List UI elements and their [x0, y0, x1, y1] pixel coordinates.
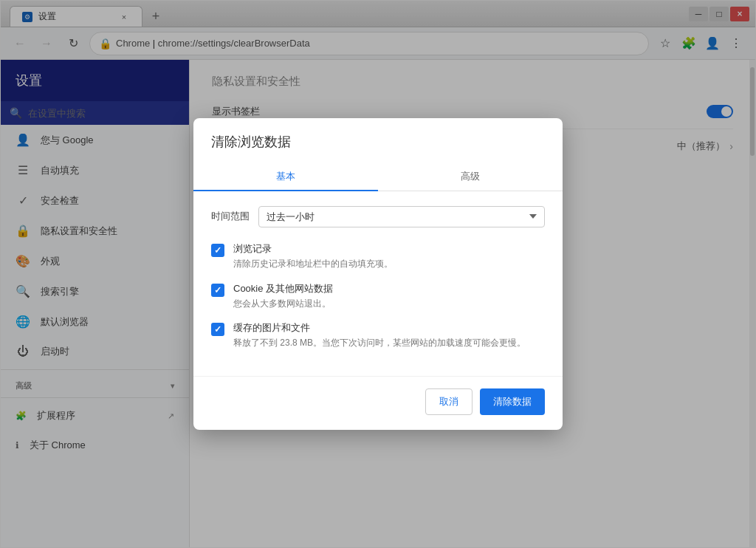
cookies-content: Cookie 及其他网站数据 您会从大多数网站退出。 [233, 282, 333, 310]
time-range-select[interactable]: 过去一小时 过去24小时 过去7天 过去4周 全部时间 [258, 206, 545, 227]
dialog-actions: 取消 清除数据 [193, 376, 563, 430]
cached-checkbox[interactable] [211, 323, 224, 336]
cookies-title: Cookie 及其他网站数据 [233, 282, 333, 295]
checkbox-cached: 缓存的图片和文件 释放了不到 23.8 MB。当您下次访问时，某些网站的加载速度… [211, 321, 545, 349]
tab-advanced[interactable]: 高级 [378, 162, 563, 191]
tab-basic[interactable]: 基本 [193, 162, 378, 191]
dialog-title: 清除浏览数据 [193, 118, 563, 151]
checkbox-browsing-history: 浏览记录 清除历史记录和地址栏中的自动填充项。 [211, 242, 545, 270]
cached-title: 缓存的图片和文件 [233, 321, 526, 335]
browsing-history-checkbox[interactable] [211, 244, 224, 257]
checkbox-cookies: Cookie 及其他网站数据 您会从大多数网站退出。 [211, 282, 545, 310]
time-range-row: 时间范围 过去一小时 过去24小时 过去7天 过去4周 全部时间 [211, 206, 545, 227]
confirm-clear-button[interactable]: 清除数据 [480, 388, 545, 415]
browsing-history-content: 浏览记录 清除历史记录和地址栏中的自动填充项。 [233, 242, 393, 270]
cookies-checkbox[interactable] [211, 284, 224, 297]
dialog-overlay: 清除浏览数据 基本 高级 时间范围 过去一小时 过去24小时 过去7天 过去4周… [1, 1, 755, 547]
time-range-label: 时间范围 [211, 210, 250, 223]
cached-content: 缓存的图片和文件 释放了不到 23.8 MB。当您下次访问时，某些网站的加载速度… [233, 321, 526, 349]
window-frame: ⚙ 设置 × + ─ □ × ← → ↻ 🔒 Chrome | chrome:/… [0, 0, 756, 548]
clear-browser-data-dialog: 清除浏览数据 基本 高级 时间范围 过去一小时 过去24小时 过去7天 过去4周… [193, 118, 563, 430]
dialog-body: 时间范围 过去一小时 过去24小时 过去7天 过去4周 全部时间 浏览记录 清除… [193, 191, 563, 376]
cookies-desc: 您会从大多数网站退出。 [233, 298, 333, 310]
cancel-button[interactable]: 取消 [425, 388, 472, 415]
browsing-history-title: 浏览记录 [233, 242, 393, 256]
browsing-history-desc: 清除历史记录和地址栏中的自动填充项。 [233, 258, 393, 270]
dialog-tabs: 基本 高级 [193, 162, 563, 191]
cached-desc: 释放了不到 23.8 MB。当您下次访问时，某些网站的加载速度可能会更慢。 [233, 337, 526, 349]
